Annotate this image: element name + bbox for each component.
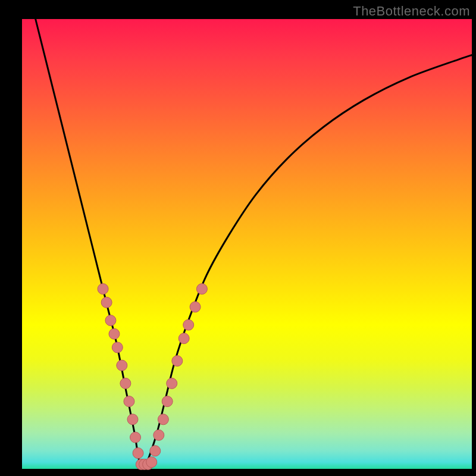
- chart-canvas: TheBottleneck.com: [0, 0, 476, 476]
- watermark-text: TheBottleneck.com: [353, 4, 470, 19]
- plot-gradient-background: [22, 19, 472, 469]
